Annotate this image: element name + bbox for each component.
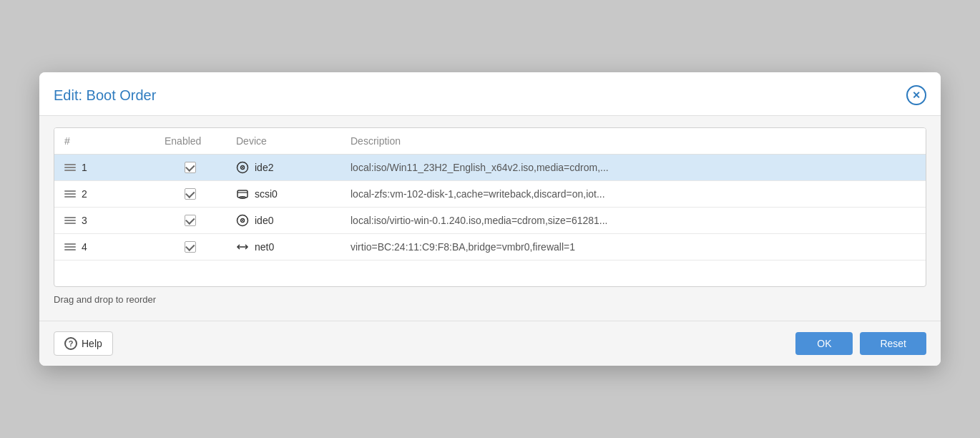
row-number: 1 [82, 162, 87, 173]
row-num-cell: 4 [54, 234, 155, 261]
enabled-checkbox[interactable] [185, 215, 196, 226]
close-button[interactable]: ✕ [906, 85, 926, 105]
dialog-body: # Enabled Device Description 1 ide2local… [39, 116, 941, 321]
enabled-checkbox[interactable] [185, 188, 196, 200]
drag-handle[interactable] [64, 190, 76, 198]
col-header-description: Description [340, 128, 926, 155]
drag-hint: Drag and drop to reorder [54, 287, 926, 309]
row-description-cell: virtio=BC:24:11:C9:F8:BA,bridge=vmbr0,fi… [340, 234, 926, 261]
row-num-cell: 3 [54, 208, 155, 234]
device-name: scsi0 [255, 188, 278, 200]
row-device-cell: ide2 [226, 155, 340, 181]
device-name: ide0 [255, 215, 273, 226]
dialog-title: Edit: Boot Order [54, 87, 156, 104]
help-button[interactable]: ? Help [54, 331, 113, 356]
row-num-cell: 1 [54, 155, 155, 181]
dialog-header: Edit: Boot Order ✕ [39, 72, 941, 116]
disk-icon [236, 188, 249, 200]
dialog-footer: ? Help OK Reset [39, 321, 941, 366]
net-icon [236, 240, 249, 253]
device-name: net0 [255, 241, 274, 253]
table-row[interactable]: 2 scsi0local-zfs:vm-102-disk-1,cache=wri… [54, 181, 926, 208]
row-number: 2 [82, 188, 87, 200]
help-label: Help [82, 338, 102, 349]
row-enabled-cell [155, 234, 226, 261]
help-icon: ? [64, 337, 77, 350]
empty-row [54, 261, 926, 286]
enabled-checkbox[interactable] [185, 162, 196, 173]
row-number: 3 [82, 215, 87, 226]
row-num-cell: 2 [54, 181, 155, 208]
drag-handle[interactable] [64, 164, 76, 171]
table-header: # Enabled Device Description [54, 128, 926, 155]
row-description-cell: local-zfs:vm-102-disk-1,cache=writeback,… [340, 181, 926, 208]
row-enabled-cell [155, 181, 226, 208]
footer-actions: OK Reset [795, 332, 926, 355]
svg-point-2 [242, 167, 243, 168]
row-enabled-cell [155, 208, 226, 234]
col-header-device: Device [226, 128, 340, 155]
table-body: 1 ide2local:iso/Win11_23H2_English_x64v2… [54, 155, 926, 286]
row-enabled-cell [155, 155, 226, 181]
table-row[interactable]: 4 net0virtio=BC:24:11:C9:F8:BA,bridge=vm… [54, 234, 926, 261]
col-header-num: # [54, 128, 155, 155]
row-description-cell: local:iso/Win11_23H2_English_x64v2.iso,m… [340, 155, 926, 181]
row-device-cell: ide0 [226, 208, 340, 234]
row-device-cell: net0 [226, 234, 340, 261]
device-name: ide2 [255, 162, 273, 173]
enabled-checkbox[interactable] [185, 241, 196, 253]
row-description-cell: local:iso/virtio-win-0.1.240.iso,media=c… [340, 208, 926, 234]
boot-order-table: # Enabled Device Description 1 ide2local… [54, 128, 926, 286]
col-header-enabled: Enabled [155, 128, 226, 155]
row-device-cell: scsi0 [226, 181, 340, 208]
row-number: 4 [82, 241, 87, 253]
drag-handle[interactable] [64, 243, 76, 250]
svg-point-8 [242, 220, 243, 221]
drag-handle[interactable] [64, 217, 76, 224]
boot-order-table-container: # Enabled Device Description 1 ide2local… [54, 127, 926, 287]
table-row[interactable]: 1 ide2local:iso/Win11_23H2_English_x64v2… [54, 155, 926, 181]
table-row[interactable]: 3 ide0local:iso/virtio-win-0.1.240.iso,m… [54, 208, 926, 234]
cdrom-icon [236, 214, 249, 227]
edit-boot-order-dialog: Edit: Boot Order ✕ # Enabled Device Desc… [39, 72, 941, 366]
reset-button[interactable]: Reset [860, 332, 926, 355]
cdrom-icon [236, 161, 249, 174]
ok-button[interactable]: OK [795, 332, 853, 355]
